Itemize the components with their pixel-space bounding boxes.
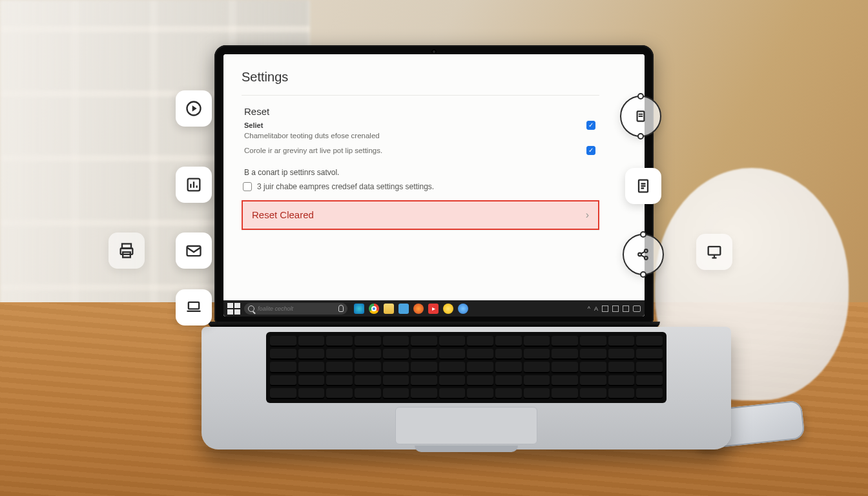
section-title-reset: Reset (244, 106, 599, 117)
taskbar-search[interactable] (244, 303, 347, 315)
checkbox-row-1[interactable] (586, 121, 595, 130)
taskbar-app-mail[interactable] (398, 304, 409, 314)
setting-row-2-text: Corole ir ar greviny art live pot lip se… (244, 146, 382, 156)
svg-point-9 (638, 253, 641, 256)
laptop-screen-frame: Settings Reset Seliet Chamelitabor teoti… (214, 45, 654, 323)
laptop-trackpad (395, 407, 537, 444)
search-icon (248, 305, 254, 312)
tile-sync-document (620, 96, 661, 137)
tray-indicator-1[interactable] (602, 305, 608, 312)
share-nodes-icon (635, 246, 652, 263)
checkbox-option[interactable] (243, 182, 252, 191)
taskbar-app-chrome[interactable] (369, 304, 379, 314)
svg-rect-6 (189, 302, 199, 309)
print-icon (118, 242, 136, 260)
taskbar-app-browser2[interactable] (413, 304, 424, 314)
play-icon (185, 99, 203, 118)
svg-point-10 (645, 249, 648, 253)
taskbar-app-edge[interactable] (354, 304, 364, 314)
start-button[interactable] (227, 303, 240, 315)
laptop-deck (202, 327, 731, 450)
tray-text-a: A (594, 305, 598, 312)
mail-icon (185, 242, 203, 260)
svg-rect-12 (708, 247, 721, 255)
tile-mail (176, 232, 212, 269)
laptop: Settings Reset Seliet Chamelitabor teoti… (202, 45, 666, 450)
tile-document (625, 168, 661, 204)
tile-monitor (696, 234, 732, 270)
svg-rect-2 (187, 246, 201, 256)
taskbar-search-input[interactable] (258, 305, 335, 312)
tile-chart (176, 167, 212, 203)
setting-row-1-subhead: Seliet (244, 121, 380, 130)
laptop-screen: Settings Reset Seliet Chamelitabor teoti… (223, 54, 645, 316)
taskbar-pinned-apps: ▸ (354, 304, 468, 314)
screen-body: Settings Reset Seliet Chamelitabor teoti… (223, 54, 645, 316)
taskbar-app-explorer[interactable] (384, 304, 394, 314)
settings-app: Settings Reset Seliet Chamelitabor teoti… (223, 54, 645, 300)
chart-icon (185, 176, 203, 194)
settings-note: B a conart ip settinrs satvol. (244, 168, 599, 177)
tile-print (108, 232, 145, 269)
laptop-camera (431, 49, 437, 54)
laptop-keyboard (266, 332, 666, 403)
taskbar-app-generic2[interactable] (458, 304, 468, 314)
tile-play (176, 90, 212, 127)
sync-document-icon (632, 108, 649, 125)
taskbar-app-video[interactable]: ▸ (428, 304, 439, 314)
tray-chevron-up-icon[interactable]: ^ (588, 305, 590, 312)
checkbox-row-2[interactable] (586, 146, 595, 155)
setting-row-1: Seliet Chamelitabor teoting duts efose c… (242, 118, 599, 143)
document-icon (634, 177, 652, 195)
system-tray[interactable]: ^ A (588, 305, 641, 312)
taskbar-app-generic1[interactable] (443, 304, 453, 314)
svg-point-11 (645, 256, 648, 260)
setting-row-1-text: Chamelitabor teoting duts efose crenaled (244, 132, 380, 140)
mic-icon[interactable] (338, 305, 344, 312)
tile-share (623, 234, 664, 275)
tray-indicator-2[interactable] (612, 305, 619, 312)
taskbar: ▸ ^ A (223, 300, 645, 316)
reset-cleared-button[interactable]: Reset Cleared › (242, 200, 599, 230)
tile-laptop (176, 289, 212, 326)
tray-notifications-icon[interactable] (633, 305, 641, 312)
page-title: Settings (242, 67, 599, 96)
laptop-deck-lip (415, 446, 518, 452)
setting-option-row: 3 juir chabe eampres credsef data settin… (243, 182, 599, 191)
reset-cleared-label: Reset Cleared (252, 209, 314, 220)
laptop-icon (185, 298, 203, 316)
monitor-icon (705, 243, 723, 261)
setting-option-text: 3 juir chabe eampres credsef data settin… (257, 182, 434, 191)
tray-indicator-3[interactable] (623, 305, 629, 312)
chevron-right-icon: › (586, 209, 589, 221)
setting-row-2: Corole ir ar greviny art live pot lip se… (242, 143, 599, 159)
